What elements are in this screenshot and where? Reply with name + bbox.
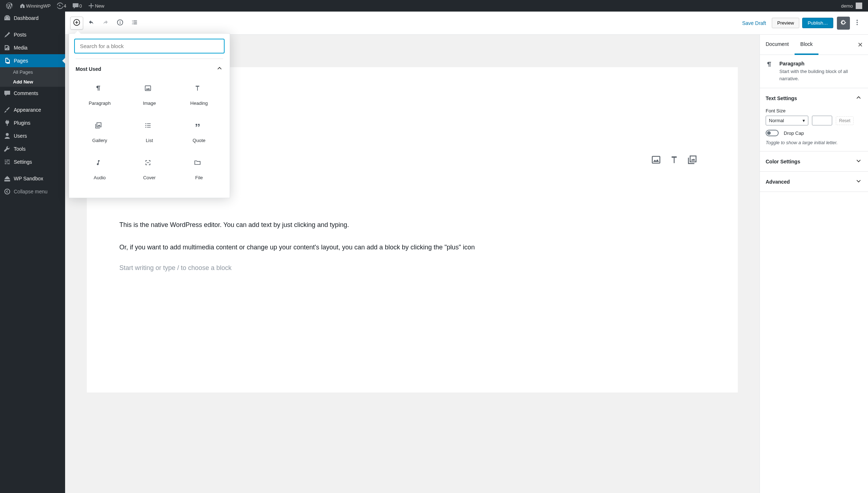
updates-link[interactable]: 4 [54,0,69,12]
sidebar-item-label: Settings [14,159,32,165]
user-menu[interactable]: demo [838,0,865,12]
sidebar-item-pages[interactable]: Pages [0,54,65,67]
outline-icon [131,19,138,27]
updates-count: 4 [64,3,66,9]
subitem-add-new[interactable]: Add New [0,77,65,87]
panel-text-settings-toggle[interactable]: Text Settings [760,88,868,108]
image-icon [144,85,154,95]
new-content[interactable]: New [85,0,107,12]
pin-icon [4,31,11,38]
preview-button[interactable]: Preview [772,18,799,28]
sidebar-item-tools[interactable]: Tools [0,142,65,155]
audio-icon [95,159,105,169]
font-size-custom-input[interactable] [812,116,832,125]
comment-icon [72,2,79,9]
media-icon [4,44,11,51]
undo-button[interactable] [85,17,98,30]
block-label: File [195,175,203,180]
sidebar-item-label: WP Sandbox [14,176,43,181]
save-draft-button[interactable]: Save Draft [738,17,770,29]
panel-text-settings: Text Settings Font Size Normal ▾ Reset [760,88,868,151]
info-icon [116,19,124,27]
paragraph-block-1[interactable]: This is the native WordPress editor. You… [119,219,705,231]
block-label: Quote [193,138,205,143]
close-inspector-button[interactable]: ✕ [852,41,868,49]
block-cover[interactable]: Cover [125,151,173,187]
dropcap-toggle[interactable] [766,130,779,136]
block-list[interactable]: List [125,114,173,150]
home-icon [19,2,26,9]
block-audio[interactable]: Audio [76,151,124,187]
svg-rect-12 [652,157,660,163]
redo-icon [102,19,109,27]
svg-point-6 [856,24,858,25]
svg-point-5 [856,22,858,23]
subitem-all-pages[interactable]: All Pages [0,67,65,77]
svg-point-10 [145,125,146,126]
sidebar-submenu-pages: All Pages Add New [0,67,65,87]
redo-button[interactable] [99,17,112,30]
block-label: Image [143,100,156,106]
plugin-icon [4,119,11,127]
block-label: Paragraph [89,100,111,106]
inserter-toggle-button[interactable] [70,17,83,30]
avatar-icon [856,3,862,9]
block-file[interactable]: File [175,151,223,187]
block-paragraph[interactable]: Paragraph [76,77,124,112]
sidebar-item-settings[interactable]: Settings [0,155,65,168]
settings-toggle-button[interactable] [837,17,850,30]
update-icon [56,2,64,9]
block-heading[interactable]: Heading [175,77,223,112]
insert-heading-button[interactable] [668,154,680,166]
more-menu-button[interactable] [851,17,864,30]
block-search-input[interactable] [74,39,225,53]
sidebar-item-label: Appearance [14,107,41,113]
quote-icon [194,122,204,132]
site-name: WinningWP [26,3,51,9]
paragraph-block-2[interactable]: Or, if you want to add multimedia conten… [119,241,705,253]
svg-rect-7 [145,86,150,90]
block-image[interactable]: Image [125,77,173,112]
panel-color-settings-toggle[interactable]: Color Settings [760,151,868,171]
sidebar-item-label: Media [14,45,27,51]
insert-image-button[interactable] [650,154,662,166]
site-home[interactable]: WinningWP [16,0,54,12]
block-label: Audio [94,175,106,180]
block-quote[interactable]: Quote [175,114,223,150]
sidebar-item-plugins[interactable]: Plugins [0,116,65,129]
sidebar-item-appearance[interactable]: Appearance [0,103,65,116]
svg-point-11 [145,127,146,128]
content-info-button[interactable] [114,17,127,30]
comments-link[interactable]: 0 [69,0,85,12]
section-most-used-toggle[interactable]: Most Used [76,63,223,77]
block-inserter-popover: Most Used Paragraph Image [69,33,230,198]
sidebar-item-label: Tools [14,146,26,152]
tab-document[interactable]: Document [760,35,795,55]
sidebar-item-comments[interactable]: Comments [0,87,65,100]
sidebar-item-media[interactable]: Media [0,41,65,54]
wp-logo[interactable] [3,0,16,12]
tab-block[interactable]: Block [795,35,818,55]
editor-main: Save Draft Preview Publish… Most Used [65,12,868,493]
list-icon [144,122,154,132]
insert-gallery-button[interactable] [686,154,698,166]
comment-icon [4,90,11,97]
plus-circle-icon [73,19,80,27]
svg-point-9 [145,123,146,124]
sidebar-item-sandbox[interactable]: WP Sandbox [0,172,65,185]
empty-paragraph-placeholder[interactable]: Start writing or type / to choose a bloc… [119,264,705,272]
font-size-reset-button[interactable]: Reset [836,116,854,125]
chevron-up-icon [216,65,223,73]
sidebar-collapse[interactable]: Collapse menu [0,185,65,198]
sidebar-item-label: Users [14,133,27,139]
sidebar-item-posts[interactable]: Posts [0,28,65,41]
panel-advanced-toggle[interactable]: Advanced [760,172,868,192]
publish-button[interactable]: Publish… [802,18,833,28]
sidebar-item-label: Pages [14,58,28,64]
block-gallery[interactable]: Gallery [76,114,124,150]
sidebar-item-dashboard[interactable]: Dashboard [0,12,65,25]
font-size-label: Font Size [766,108,862,113]
block-navigation-button[interactable] [128,17,141,30]
sidebar-item-users[interactable]: Users [0,129,65,142]
font-size-select[interactable]: Normal ▾ [766,116,808,125]
